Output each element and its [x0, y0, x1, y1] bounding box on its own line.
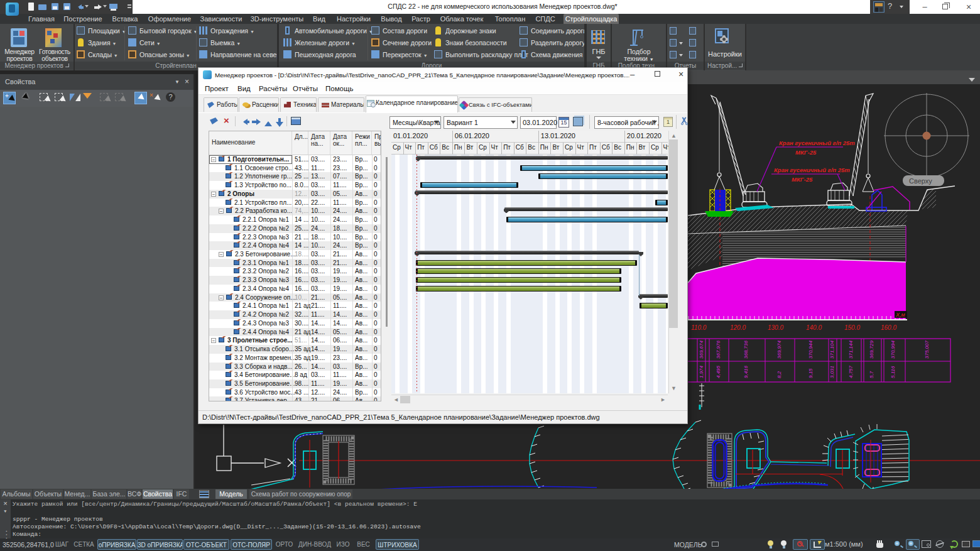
svg-text:Сверху: Сверху [909, 177, 932, 185]
svg-text:370,944: 370,944 [808, 341, 814, 359]
svg-text:371,104: 371,104 [829, 341, 835, 359]
svg-text:367,976: 367,976 [716, 341, 721, 359]
svg-text:4,495: 4,495 [716, 365, 721, 378]
svg-text:369,974: 369,974 [776, 341, 782, 359]
svg-text:Кран гусеничный г/п 25т: Кран гусеничный г/п 25т [774, 166, 850, 173]
svg-text:375,007: 375,007 [924, 341, 930, 359]
svg-text:МКГ-25: МКГ-25 [795, 149, 817, 156]
svg-text:5,7: 5,7 [869, 371, 874, 378]
svg-text:160.0: 160.0 [881, 324, 896, 331]
svg-text:120.0: 120.0 [730, 324, 746, 331]
svg-text:9,416: 9,416 [743, 365, 749, 378]
svg-text:8,2: 8,2 [776, 371, 782, 378]
svg-text:369,674: 369,674 [699, 341, 704, 359]
svg-text:4,757: 4,757 [848, 365, 854, 378]
svg-text:5,116: 5,116 [890, 366, 896, 378]
svg-text:3,031: 3,031 [829, 366, 835, 378]
svg-text:1,974: 1,974 [699, 365, 704, 378]
svg-text:150.0: 150.0 [844, 324, 860, 331]
svg-text:МКГ-25: МКГ-25 [792, 176, 813, 183]
svg-text:140.0: 140.0 [806, 324, 822, 331]
svg-text:370,994: 370,994 [890, 341, 896, 359]
svg-text:Кран гусеничный г/п 25т: Кран гусеничный г/п 25т [779, 139, 855, 146]
svg-text:110.0: 110.0 [691, 324, 707, 331]
svg-text:368,736: 368,736 [743, 341, 749, 359]
svg-text:X,м: X,м [895, 312, 905, 318]
svg-text:9,15: 9,15 [808, 368, 814, 378]
svg-text:371,144: 371,144 [848, 341, 854, 359]
svg-text:369,729: 369,729 [869, 341, 874, 359]
svg-text:130.0: 130.0 [768, 324, 783, 331]
